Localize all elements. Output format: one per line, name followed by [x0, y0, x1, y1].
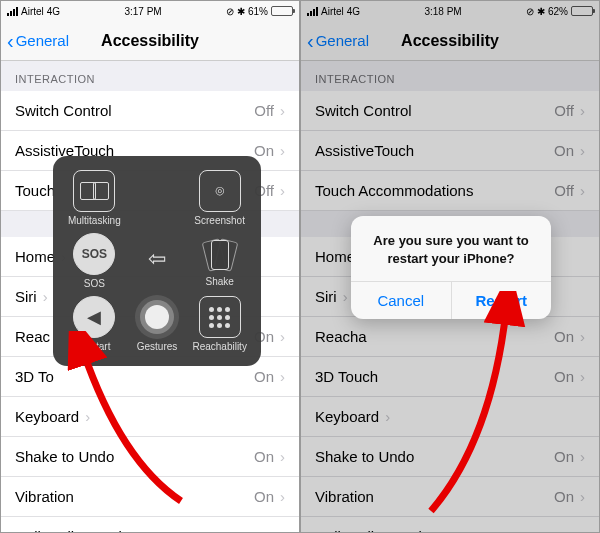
restart-icon: ◀ [73, 296, 115, 338]
reachability-icon [199, 296, 241, 338]
chevron-right-icon: › [580, 328, 585, 345]
alarm-icon: ⊘ [226, 6, 234, 17]
network-label: 4G [347, 6, 360, 17]
row-assistivetouch[interactable]: AssistiveTouchOn› [301, 131, 599, 171]
multitasking-icon [73, 170, 115, 212]
status-bar: Airtel 4G 3:17 PM ⊘ ✱ 61% [1, 1, 299, 21]
signal-icon [7, 7, 18, 16]
chevron-right-icon: › [385, 408, 390, 425]
back-arrow-icon: ⇦ [136, 238, 178, 280]
row-switch-control[interactable]: Switch ControlOff› [1, 91, 299, 131]
clock: 3:18 PM [424, 6, 461, 17]
carrier-label: Airtel [321, 6, 344, 17]
at-shake[interactable]: Shake [188, 229, 251, 292]
battery-pct: 61% [248, 6, 268, 17]
row-shake-to-undo[interactable]: Shake to UndoOn› [301, 437, 599, 477]
back-label: General [316, 32, 369, 49]
chevron-right-icon: › [580, 448, 585, 465]
network-label: 4G [47, 6, 60, 17]
battery-icon [271, 6, 293, 16]
signal-icon [307, 7, 318, 16]
chevron-right-icon: › [280, 488, 285, 505]
back-button[interactable]: ‹ General [7, 32, 69, 49]
chevron-right-icon: › [580, 102, 585, 119]
row-call-audio-routing[interactable]: Call Audio Routing› [301, 517, 599, 533]
alarm-icon: ⊘ [526, 6, 534, 17]
row-call-audio-routing[interactable]: Call Audio Routing› [1, 517, 299, 533]
chevron-right-icon: › [144, 528, 149, 533]
at-gestures[interactable]: Gestures [126, 293, 189, 356]
restart-button[interactable]: Restart [451, 282, 552, 319]
at-restart[interactable]: ◀ Restart [63, 293, 126, 356]
chevron-right-icon: › [85, 408, 90, 425]
chevron-right-icon: › [444, 528, 449, 533]
row-shake-to-undo[interactable]: Shake to UndoOn› [1, 437, 299, 477]
cancel-button[interactable]: Cancel [351, 282, 451, 319]
back-button[interactable]: ‹ General [307, 32, 369, 49]
settings-list: Switch ControlOff› AssistiveTouchOn› Tou… [301, 91, 599, 211]
battery-pct: 62% [548, 6, 568, 17]
chevron-right-icon: › [280, 368, 285, 385]
at-reachability[interactable]: Reachability [188, 293, 251, 356]
clock: 3:17 PM [124, 6, 161, 17]
bluetooth-icon: ✱ [237, 6, 245, 17]
confirm-alert: Are you sure you want to restart your iP… [351, 216, 551, 319]
chevron-right-icon: › [280, 328, 285, 345]
chevron-right-icon: › [280, 142, 285, 159]
battery-icon [571, 6, 593, 16]
left-screenshot: Airtel 4G 3:17 PM ⊘ ✱ 61% ‹ General Acce… [0, 0, 300, 533]
back-label: General [16, 32, 69, 49]
alert-message: Are you sure you want to restart your iP… [351, 216, 551, 281]
section-header: INTERACTION [1, 61, 299, 91]
chevron-right-icon: › [580, 142, 585, 159]
chevron-right-icon: › [343, 288, 348, 305]
shake-icon [199, 234, 241, 276]
sos-icon: SOS [73, 233, 115, 275]
row-touch-accommodations[interactable]: Touch AccommodationsOff› [301, 171, 599, 211]
status-bar: Airtel 4G 3:18 PM ⊘ ✱ 62% [301, 1, 599, 21]
screenshot-icon: ◎ [199, 170, 241, 212]
row-reachability[interactable]: ReachaOn› [301, 317, 599, 357]
row-vibration[interactable]: VibrationOn› [301, 477, 599, 517]
section-header: INTERACTION [301, 61, 599, 91]
chevron-right-icon: › [280, 448, 285, 465]
right-screenshot: Airtel 4G 3:18 PM ⊘ ✱ 62% ‹ General Acce… [300, 0, 600, 533]
at-multitasking[interactable]: Multitasking [63, 166, 126, 229]
nav-bar: ‹ General Accessibility [301, 21, 599, 61]
chevron-right-icon: › [43, 288, 48, 305]
nav-bar: ‹ General Accessibility [1, 21, 299, 61]
bluetooth-icon: ✱ [537, 6, 545, 17]
row-keyboard[interactable]: Keyboard› [301, 397, 599, 437]
at-screenshot[interactable]: ◎ Screenshot [188, 166, 251, 229]
at-sos[interactable]: SOS SOS [63, 229, 126, 292]
at-back[interactable]: ⇦ [126, 229, 189, 292]
carrier-label: Airtel [21, 6, 44, 17]
chevron-right-icon: › [580, 488, 585, 505]
chevron-right-icon: › [580, 182, 585, 199]
page-title: Accessibility [101, 32, 199, 50]
page-title: Accessibility [401, 32, 499, 50]
chevron-right-icon: › [280, 182, 285, 199]
row-keyboard[interactable]: Keyboard› [1, 397, 299, 437]
row-switch-control[interactable]: Switch ControlOff› [301, 91, 599, 131]
assistivetouch-panel: Multitasking ◎ Screenshot SOS SOS ⇦ Shak… [53, 156, 261, 366]
chevron-right-icon: › [580, 368, 585, 385]
row-vibration[interactable]: VibrationOn› [1, 477, 299, 517]
row-3d-touch[interactable]: 3D TouchOn› [301, 357, 599, 397]
gestures-icon [136, 296, 178, 338]
chevron-right-icon: › [280, 102, 285, 119]
